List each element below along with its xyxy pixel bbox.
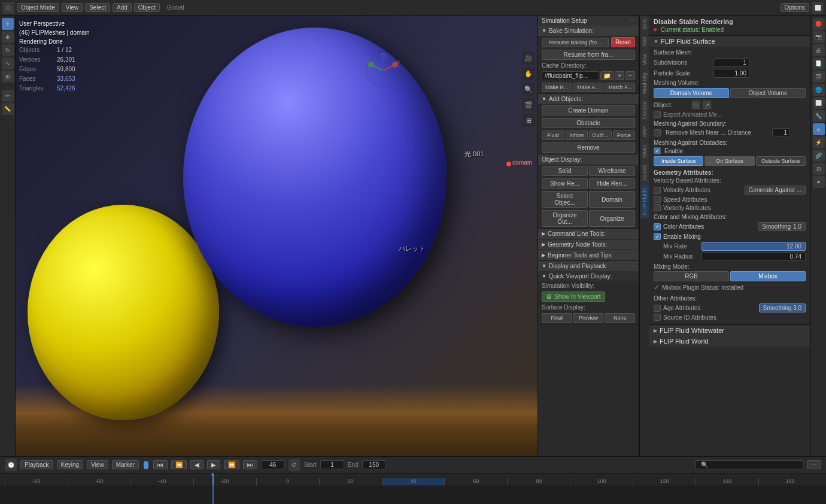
world-icon[interactable]: 🌐 — [813, 84, 825, 96]
add-objects-header[interactable]: ▼ Add Objects: — [538, 94, 639, 104]
output-icon[interactable]: 🖨 — [813, 44, 825, 56]
show-re-btn[interactable]: Show Re... — [542, 178, 588, 189]
viewport[interactable]: domain パレット 光.001 User Perspective (46) … — [16, 16, 537, 456]
preview-btn[interactable]: Preview — [573, 313, 604, 323]
tab-mmd[interactable]: MMD — [640, 141, 649, 162]
object-volume-btn[interactable]: Object Volume — [730, 88, 806, 98]
keying-btn[interactable]: Keying — [57, 460, 84, 469]
velocity-attr-cb[interactable] — [654, 187, 661, 194]
material-icon[interactable]: ● — [813, 176, 825, 188]
tab-view[interactable]: View — [640, 50, 649, 69]
source-id-cb[interactable] — [654, 314, 661, 321]
render-icon[interactable]: 🎬 — [522, 98, 535, 111]
cache-remove-btn[interactable]: − — [625, 71, 635, 80]
options-btn[interactable]: Options — [781, 3, 809, 12]
particles-icon[interactable]: ◈ — [813, 123, 825, 135]
tab-real-sky[interactable]: Real Sky — [640, 69, 649, 98]
enable-cb[interactable] — [654, 147, 661, 154]
remove-mesh-cb[interactable] — [654, 129, 661, 136]
reset-btn[interactable]: Reset — [611, 37, 635, 47]
resume-from-btn[interactable]: Resume from fra... — [542, 50, 635, 60]
tab-assets[interactable]: Assets — [640, 161, 649, 184]
select-obj-btn[interactable]: Select Objec... — [542, 191, 588, 208]
timeline-clock-icon[interactable]: 🕐 — [5, 459, 17, 471]
add-menu[interactable]: Add — [113, 3, 132, 12]
none-btn[interactable]: None — [605, 313, 635, 323]
timecode-icon[interactable]: ⏱ — [289, 459, 300, 471]
enable-mixing-cb[interactable] — [654, 233, 661, 240]
transform-selector[interactable]: Global — [167, 4, 184, 11]
inside-surface-btn[interactable]: Inside Surface — [654, 156, 703, 166]
mixbox-btn[interactable]: Mixbox — [730, 271, 806, 281]
distance-input[interactable] — [772, 128, 790, 137]
age-attr-cb[interactable] — [654, 305, 661, 312]
select-menu[interactable]: Select — [85, 3, 110, 12]
step-back-btn[interactable]: ⏪ — [171, 460, 187, 469]
on-surface-btn[interactable]: On Surface — [704, 156, 754, 166]
color-attr-cb[interactable] — [654, 223, 661, 230]
measure-tool[interactable]: 📏 — [2, 103, 14, 115]
vorticity-attr-cb[interactable] — [654, 204, 661, 211]
scene-props-icon[interactable]: 🎬 — [813, 71, 825, 83]
remove-btn[interactable]: Remove — [542, 142, 635, 153]
physics-icon[interactable]: ⚡ — [813, 136, 825, 148]
modifier-icon[interactable]: 🔧 — [813, 110, 825, 122]
mode-selector[interactable]: Object Mode — [17, 3, 59, 12]
wireframe-btn[interactable]: Wireframe — [589, 166, 635, 176]
resume-baking-btn[interactable]: Resume Baking (fro... — [542, 38, 609, 47]
view-menu[interactable]: View — [62, 3, 83, 12]
jump-end-btn[interactable]: ⏭ — [243, 460, 257, 469]
marker-btn[interactable]: Marker — [112, 460, 139, 469]
show-in-viewport-btn[interactable]: 🖥 Show In Viewport — [542, 292, 605, 302]
play-back-btn[interactable]: ◀ — [190, 460, 204, 469]
make-a-btn[interactable]: Make A... — [573, 83, 604, 92]
flip-world-header[interactable]: ▶ FLIP Fluid World — [649, 336, 810, 347]
timeline-track[interactable] — [0, 485, 826, 504]
tab-item[interactable]: Item — [640, 16, 649, 34]
tl-view-btn[interactable]: View — [87, 460, 108, 469]
start-frame-input[interactable] — [320, 460, 344, 469]
make-r-btn[interactable]: Make R... — [542, 83, 572, 92]
move-tool[interactable]: ⊕ — [2, 31, 14, 43]
organize-btn[interactable]: Organize — [589, 210, 635, 227]
tab-flip-fluids[interactable]: FLIP Fluids — [640, 184, 649, 218]
cache-add-btn[interactable]: + — [615, 71, 624, 80]
render-props-icon[interactable]: 📷 — [813, 31, 825, 43]
solid-btn[interactable]: Solid — [542, 166, 588, 176]
view-layer-icon[interactable]: 📑 — [813, 57, 825, 69]
annotate-tool[interactable]: ✏ — [2, 90, 14, 102]
object-props-icon[interactable]: ⬜ — [813, 97, 825, 109]
end-frame-input[interactable] — [362, 460, 386, 469]
playback-btn[interactable]: Playback — [20, 460, 53, 469]
inflow-btn[interactable]: Inflow — [566, 130, 588, 140]
speed-attr-cb[interactable] — [654, 196, 661, 203]
force-btn[interactable]: Force — [613, 130, 636, 140]
fullscreen-icon[interactable]: ⬜ — [812, 2, 824, 14]
flip-whitewater-header[interactable]: ▶ FLIP Fluid Whitewater — [649, 325, 810, 336]
organize-out-btn[interactable]: Organize Out... — [542, 210, 588, 227]
geometry-node-header[interactable]: ▶ Geometry Node Tools: — [538, 239, 639, 250]
domain-volume-btn[interactable]: Domain Volume — [654, 88, 729, 98]
display-playback-header[interactable]: ▼ Display and Playback ⋯ — [538, 261, 639, 271]
export-animated-cb[interactable] — [654, 111, 661, 118]
final-btn[interactable]: Final — [542, 313, 572, 323]
tl-options-btn[interactable]: ⋯ — [807, 460, 821, 469]
beginner-header[interactable]: ▶ Beginner Tools and Tips: — [538, 250, 639, 260]
flip-surface-header[interactable]: ▼ FLIP Fluid Surface — [649, 36, 810, 47]
subdivisions-input[interactable] — [713, 58, 749, 67]
obstacle-btn[interactable]: Obstacle — [542, 118, 635, 128]
hand-icon[interactable]: ✋ — [522, 67, 535, 80]
rotate-tool[interactable]: ↻ — [2, 44, 14, 56]
mix-radius-input[interactable] — [702, 252, 806, 261]
zoom-icon[interactable]: 🔍 — [522, 83, 535, 96]
scale-tool[interactable]: ⤡ — [2, 57, 14, 69]
object-menu[interactable]: Object — [134, 3, 160, 12]
disp-options-icon[interactable]: ⋯ — [629, 263, 635, 269]
bake-section-header[interactable]: ▼ Bake Simulation: — [538, 26, 639, 36]
outfl-btn[interactable]: Outfl... — [589, 130, 612, 140]
object-link-icon[interactable]: ↗ — [703, 101, 711, 109]
play-btn[interactable]: ▶ — [207, 460, 220, 469]
tab-arp[interactable]: ARP — [640, 123, 649, 141]
timeline-search-input[interactable] — [696, 460, 803, 469]
scene-icon[interactable]: 🔴 — [813, 18, 825, 30]
